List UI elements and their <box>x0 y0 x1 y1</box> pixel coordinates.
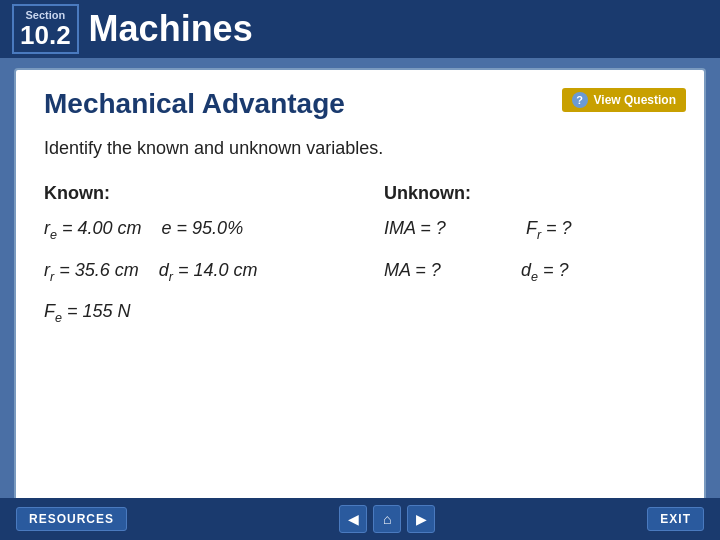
row1-unknown: IMA = ? Fr = ? <box>384 218 572 242</box>
variable-row-1: re = 4.00 cm e = 95.0% IMA = ? Fr = ? <box>44 218 676 242</box>
known-header: Known: <box>44 183 384 204</box>
unknown-header: Unknown: <box>384 183 471 204</box>
section-badge: Section 10.2 <box>12 4 79 55</box>
footer-navigation: ◀ ⌂ ▶ <box>339 505 435 533</box>
row2-known: rr = 35.6 cm dr = 14.0 cm <box>44 260 384 284</box>
section-number: 10.2 <box>20 21 71 50</box>
page-header-title: Machines <box>89 8 253 50</box>
row1-known: re = 4.00 cm e = 95.0% <box>44 218 384 242</box>
exit-button[interactable]: EXIT <box>647 507 704 531</box>
main-content: Mechanical Advantage ? View Question Ide… <box>14 68 706 508</box>
forward-button[interactable]: ▶ <box>407 505 435 533</box>
instruction-text: Identify the known and unknown variables… <box>44 138 676 159</box>
section-label: Section <box>20 9 71 21</box>
resources-button[interactable]: RESOURCES <box>16 507 127 531</box>
footer: RESOURCES ◀ ⌂ ▶ EXIT <box>0 498 720 540</box>
view-question-label: View Question <box>594 93 676 107</box>
variable-row-2: rr = 35.6 cm dr = 14.0 cm MA = ? de = ? <box>44 260 676 284</box>
header: Section 10.2 Machines <box>0 0 720 58</box>
view-question-button[interactable]: ? View Question <box>562 88 686 112</box>
fe-value: Fe = 155 N <box>44 301 131 325</box>
variable-row-3: Fe = 155 N <box>44 301 676 325</box>
variables-header: Known: Unknown: <box>44 183 676 204</box>
home-button[interactable]: ⌂ <box>373 505 401 533</box>
back-button[interactable]: ◀ <box>339 505 367 533</box>
row2-unknown: MA = ? de = ? <box>384 260 568 284</box>
question-icon: ? <box>572 92 588 108</box>
